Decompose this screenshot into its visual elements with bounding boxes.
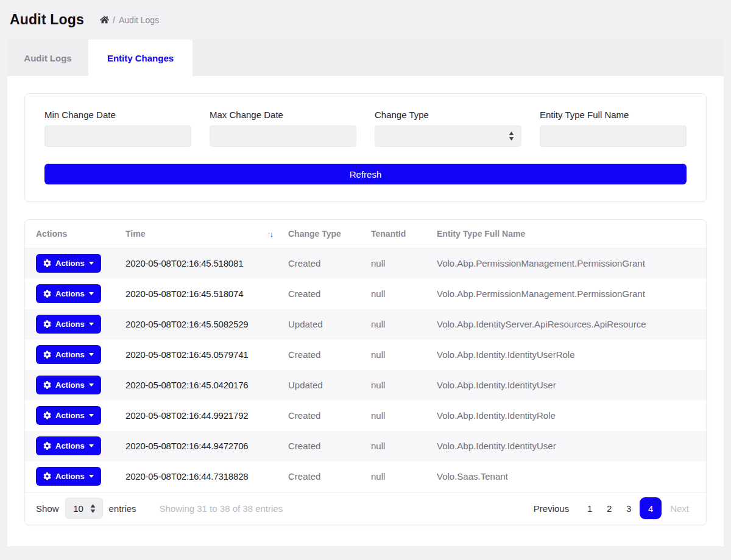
column-header-tenant-id: TenantId <box>371 220 437 248</box>
actions-cell: Actions <box>25 370 125 401</box>
actions-cell: Actions <box>25 431 125 461</box>
filter-change-type: Change Type <box>375 110 521 147</box>
tab-strip: Audit Logs Entity Changes <box>7 40 724 76</box>
pagination: Previous 1 2 3 4 Next <box>528 497 695 519</box>
change-type-cell: Created <box>288 461 371 492</box>
tenant-id-cell: null <box>371 309 437 340</box>
change-type-select[interactable] <box>375 125 521 147</box>
tab-audit-logs[interactable]: Audit Logs <box>7 40 88 76</box>
gear-icon <box>43 411 51 419</box>
tenant-id-cell: null <box>371 401 437 431</box>
gear-icon <box>43 290 51 298</box>
actions-cell: Actions <box>25 401 125 431</box>
tenant-id-cell: null <box>371 461 437 492</box>
page-header: Audit Logs / Audit Logs <box>0 0 731 40</box>
entity-type-full-name-label: Entity Type Full Name <box>540 110 687 120</box>
table-row: Actions2020-05-08T02:16:44.9472706Create… <box>25 431 706 461</box>
tenant-id-cell: null <box>371 279 437 309</box>
time-cell: 2020-05-08T02:16:44.9921792 <box>125 401 288 431</box>
entity-type-cell: Volo.Abp.Identity.IdentityUser <box>437 370 706 401</box>
breadcrumb-current: Audit Logs <box>119 15 159 25</box>
caret-down-icon <box>89 292 94 295</box>
actions-cell: Actions <box>25 340 125 370</box>
showing-entries-status: Showing 31 to 38 of 38 entries <box>160 503 283 514</box>
gear-icon <box>43 351 51 359</box>
pagination-next[interactable]: Next <box>664 500 695 517</box>
row-actions-label: Actions <box>55 259 85 268</box>
pagination-page-4-active[interactable]: 4 <box>640 497 662 519</box>
column-header-entity-type: Entity Type Full Name <box>437 220 706 248</box>
change-type-cell: Updated <box>288 370 371 401</box>
entity-changes-table: Actions Time ↑↓ Change Type TenantId Ent… <box>25 220 706 492</box>
refresh-button[interactable]: Refresh <box>44 164 687 184</box>
actions-cell: Actions <box>25 248 125 279</box>
filter-max-change-date: Max Change Date <box>210 110 356 147</box>
row-actions-button[interactable]: Actions <box>36 406 101 425</box>
pagination-page-2[interactable]: 2 <box>601 500 618 517</box>
row-actions-label: Actions <box>55 380 85 390</box>
change-type-cell: Created <box>288 279 371 309</box>
gear-icon <box>43 320 51 328</box>
page-title: Audit Logs <box>10 12 84 28</box>
row-actions-label: Actions <box>55 441 85 450</box>
pagination-page-3[interactable]: 3 <box>620 500 637 517</box>
row-actions-button[interactable]: Actions <box>36 254 101 273</box>
tenant-id-cell: null <box>371 340 437 370</box>
tenant-id-cell: null <box>371 431 437 461</box>
row-actions-button[interactable]: Actions <box>36 376 101 394</box>
actions-cell: Actions <box>25 309 125 340</box>
table-row: Actions2020-05-08T02:16:44.9921792Create… <box>25 401 706 431</box>
gear-icon <box>43 442 51 450</box>
entries-label: entries <box>109 503 136 514</box>
column-header-change-type: Change Type <box>288 220 371 248</box>
min-change-date-label: Min Change Date <box>44 110 191 120</box>
table-row: Actions2020-05-08T02:16:45.518074Created… <box>25 279 706 309</box>
column-header-time[interactable]: Time ↑↓ <box>125 220 288 248</box>
table-row: Actions2020-05-08T02:16:44.7318828Create… <box>25 461 706 492</box>
gear-icon <box>43 259 51 267</box>
change-type-cell: Created <box>288 340 371 370</box>
row-actions-label: Actions <box>55 289 85 298</box>
tab-entity-changes[interactable]: Entity Changes <box>88 40 192 76</box>
row-actions-button[interactable]: Actions <box>36 467 101 486</box>
time-cell: 2020-05-08T02:16:45.0579741 <box>125 340 288 370</box>
change-type-cell: Updated <box>288 309 371 340</box>
row-actions-label: Actions <box>55 320 85 329</box>
pagination-page-1[interactable]: 1 <box>581 500 598 517</box>
row-actions-button[interactable]: Actions <box>36 284 101 303</box>
change-type-cell: Created <box>288 248 371 279</box>
column-header-actions: Actions <box>25 220 125 248</box>
actions-cell: Actions <box>25 279 125 309</box>
table-footer: Show 10 entries Showing 31 to 38 of 38 e… <box>25 492 706 525</box>
change-type-cell: Created <box>288 401 371 431</box>
gear-icon <box>43 472 51 480</box>
row-actions-button[interactable]: Actions <box>36 345 101 364</box>
entity-type-cell: Volo.Abp.IdentityServer.ApiResources.Api… <box>437 309 706 340</box>
caret-down-icon <box>89 383 94 387</box>
sort-icon[interactable]: ↑↓ <box>267 229 272 239</box>
max-change-date-input[interactable] <box>210 125 356 147</box>
max-change-date-label: Max Change Date <box>210 110 356 120</box>
tenant-id-cell: null <box>371 370 437 401</box>
home-icon[interactable] <box>100 15 109 24</box>
entity-type-full-name-input[interactable] <box>540 125 687 147</box>
content-area: Min Change Date Max Change Date Change T… <box>7 76 724 546</box>
row-actions-button[interactable]: Actions <box>36 436 101 455</box>
pagination-previous[interactable]: Previous <box>528 500 575 517</box>
row-actions-label: Actions <box>55 411 85 420</box>
filter-card: Min Change Date Max Change Date Change T… <box>24 93 707 202</box>
row-actions-button[interactable]: Actions <box>36 315 101 334</box>
min-change-date-input[interactable] <box>44 125 191 147</box>
time-cell: 2020-05-08T02:16:44.9472706 <box>125 431 288 461</box>
page-size-select[interactable]: 10 <box>65 498 103 519</box>
time-cell: 2020-05-08T02:16:45.518074 <box>125 279 288 309</box>
entity-type-cell: Volo.Abp.PermissionManagement.Permission… <box>437 248 706 279</box>
time-cell: 2020-05-08T02:16:44.7318828 <box>125 461 288 492</box>
row-actions-label: Actions <box>55 472 85 481</box>
filter-entity-type-full-name: Entity Type Full Name <box>540 110 687 147</box>
gear-icon <box>43 381 51 389</box>
table-header-row: Actions Time ↑↓ Change Type TenantId Ent… <box>25 220 706 248</box>
row-actions-label: Actions <box>55 350 85 359</box>
entity-type-cell: Volo.Abp.Identity.IdentityUser <box>437 431 706 461</box>
filter-min-change-date: Min Change Date <box>44 110 191 147</box>
